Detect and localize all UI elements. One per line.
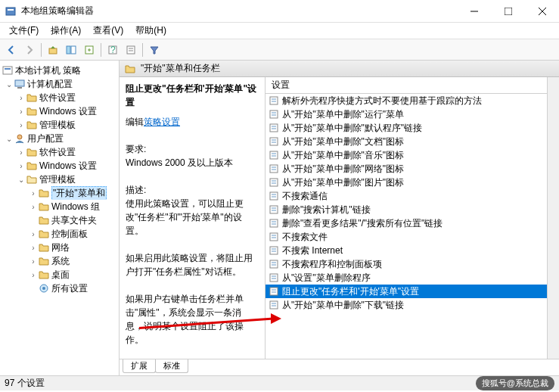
close-button[interactable] — [525, 0, 559, 23]
list-item[interactable]: 删除"搜索计算机"链接 — [266, 203, 547, 216]
tab-standard[interactable]: 标准 — [155, 359, 188, 373]
list-item[interactable]: 删除"查看更多结果"/"搜索所有位置"链接 — [266, 216, 547, 230]
tree-shared-folders[interactable]: 共享文件夹 — [0, 213, 119, 227]
expand-icon[interactable]: › — [17, 162, 26, 170]
expand-icon[interactable]: › — [29, 230, 38, 238]
tree-control-panel[interactable]: › 控制面板 — [0, 227, 119, 241]
list-item[interactable]: 不搜索 Internet — [266, 244, 547, 257]
policy-title: 阻止更改"任务栏和'开始'菜单"设置 — [126, 82, 259, 109]
folder-icon — [26, 119, 38, 131]
expand-icon[interactable]: › — [17, 94, 26, 102]
toolbar-separator — [41, 43, 42, 57]
expand-icon[interactable]: › — [29, 271, 38, 279]
maximize-button[interactable] — [491, 0, 525, 23]
refresh-button[interactable]: ? — [104, 42, 121, 58]
path-label: "开始"菜单和任务栏 — [141, 62, 220, 75]
expand-icon[interactable]: › — [17, 148, 26, 157]
expand-icon[interactable]: › — [29, 244, 38, 252]
tree-computer-config[interactable]: ⌄ 计算机配置 — [0, 77, 119, 91]
list-item[interactable]: 从"开始"菜单中删除"网络"图标 — [266, 162, 547, 176]
list-item[interactable]: 从"设置"菜单删除程序 — [266, 271, 547, 285]
right-pane: "开始"菜单和任务栏 阻止更改"任务栏和'开始'菜单"设置 编辑策略设置 要求:… — [120, 61, 559, 375]
tabs: 扩展 标准 — [120, 359, 559, 375]
tree-root[interactable]: 本地计算机 策略 — [0, 64, 119, 77]
user-icon — [14, 132, 26, 145]
svg-text:?: ? — [110, 45, 116, 55]
folder-icon — [38, 228, 50, 240]
tree-network[interactable]: › 网络 — [0, 241, 119, 254]
svg-rect-52 — [270, 233, 278, 241]
expand-icon[interactable]: › — [29, 203, 38, 211]
list-item[interactable]: 从"开始"菜单中删除"运行"菜单 — [266, 107, 547, 121]
list-item-label: 从"开始"菜单中删除"默认程序"链接 — [282, 122, 422, 135]
computer-icon — [14, 78, 26, 90]
tree-start-menu-taskbar[interactable]: › "开始"菜单和 — [0, 186, 119, 200]
edit-policy-link[interactable]: 策略设置 — [144, 117, 180, 127]
tree-admin-templates[interactable]: › 管理模板 — [0, 118, 119, 132]
policy-item-icon — [269, 177, 279, 188]
list-item[interactable]: 从"开始"菜单中删除"默认程序"链接 — [266, 121, 547, 135]
collapse-icon[interactable]: ⌄ — [5, 80, 14, 89]
expand-icon[interactable]: › — [17, 107, 26, 116]
policy-item-icon — [269, 191, 279, 201]
list-item[interactable]: 从"开始"菜单中删除"图片"图标 — [266, 176, 547, 189]
tree-windows-components[interactable]: › Windows 组 — [0, 200, 119, 213]
tree-user-admin-templates[interactable]: ⌄ 管理模板 — [0, 173, 119, 186]
forward-button[interactable] — [21, 42, 38, 58]
folder-icon — [38, 214, 50, 226]
menu-action[interactable]: 操作(A) — [45, 23, 87, 39]
export-button[interactable] — [81, 42, 98, 58]
list-item-label: 从"开始"菜单中删除"下载"链接 — [282, 299, 404, 312]
svg-rect-15 — [3, 67, 12, 74]
settings-list[interactable]: 解析外壳程序快捷方式时不要使用基于跟踪的方法从"开始"菜单中删除"运行"菜单从"… — [266, 94, 547, 359]
list-item-label: 从"设置"菜单删除程序 — [282, 272, 371, 285]
svg-rect-28 — [270, 124, 278, 132]
list-item[interactable]: 阻止更改"任务栏和'开始'菜单"设置 — [266, 285, 547, 298]
back-button[interactable] — [3, 42, 20, 58]
show-hide-button[interactable] — [63, 42, 79, 58]
column-header-setting[interactable]: 设置 — [266, 77, 547, 94]
description-label: 描述: — [126, 183, 259, 197]
svg-rect-43 — [270, 192, 278, 200]
list-item-label: 解析外壳程序快捷方式时不要使用基于跟踪的方法 — [282, 95, 482, 107]
expand-icon[interactable]: › — [29, 189, 38, 198]
tree-system[interactable]: › 系统 — [0, 254, 119, 268]
requirements-text: Windows 2000 及以上版本 — [126, 156, 259, 170]
toolbar-separator-3 — [142, 43, 143, 57]
tree-pane[interactable]: 本地计算机 策略 ⌄ 计算机配置 › 软件设置 › Windows 设置 › 管… — [0, 61, 120, 375]
menu-view[interactable]: 查看(V) — [87, 23, 129, 39]
menu-file[interactable]: 文件(F) — [3, 23, 45, 39]
tab-extended[interactable]: 扩展 — [123, 359, 156, 373]
up-button[interactable] — [45, 42, 61, 58]
list-item[interactable]: 不搜索通信 — [266, 189, 547, 203]
tree-all-settings[interactable]: 所有设置 — [0, 282, 119, 295]
toolbar-separator-2 — [101, 43, 101, 57]
list-item[interactable]: 不搜索文件 — [266, 230, 547, 244]
expand-icon[interactable]: › — [17, 121, 26, 129]
collapse-icon[interactable]: ⌄ — [5, 135, 14, 143]
list-item[interactable]: 从"开始"菜单中删除"下载"链接 — [266, 298, 547, 312]
expand-icon[interactable]: › — [29, 257, 38, 266]
tree-user-software[interactable]: › 软件设置 — [0, 145, 119, 159]
vertical-scrollbar[interactable] — [547, 77, 559, 359]
tree-windows-settings[interactable]: › Windows 设置 — [0, 104, 119, 118]
main-area: 本地计算机 策略 ⌄ 计算机配置 › 软件设置 › Windows 设置 › 管… — [0, 61, 559, 375]
tree-user-windows-settings[interactable]: › Windows 设置 — [0, 159, 119, 173]
tree-software-settings[interactable]: › 软件设置 — [0, 91, 119, 104]
svg-rect-22 — [270, 97, 278, 104]
policy-item-icon — [269, 109, 279, 120]
list-item-label: 不搜索 Internet — [282, 244, 343, 257]
svg-rect-3 — [505, 8, 512, 15]
collapse-icon[interactable]: ⌄ — [17, 176, 26, 184]
tree-user-config[interactable]: ⌄ 用户配置 — [0, 132, 119, 145]
list-item[interactable]: 从"开始"菜单中删除"文档"图标 — [266, 135, 547, 148]
list-item[interactable]: 从"开始"菜单中删除"音乐"图标 — [266, 148, 547, 162]
list-item[interactable]: 解析外壳程序快捷方式时不要使用基于跟踪的方法 — [266, 94, 547, 107]
menu-help[interactable]: 帮助(H) — [129, 23, 172, 39]
policy-item-icon — [269, 286, 279, 297]
tree-desktop[interactable]: › 桌面 — [0, 268, 119, 282]
list-item[interactable]: 不搜索程序和控制面板项 — [266, 257, 547, 271]
properties-button[interactable] — [123, 42, 139, 58]
filter-button[interactable] — [146, 42, 163, 58]
minimize-button[interactable] — [457, 0, 491, 23]
